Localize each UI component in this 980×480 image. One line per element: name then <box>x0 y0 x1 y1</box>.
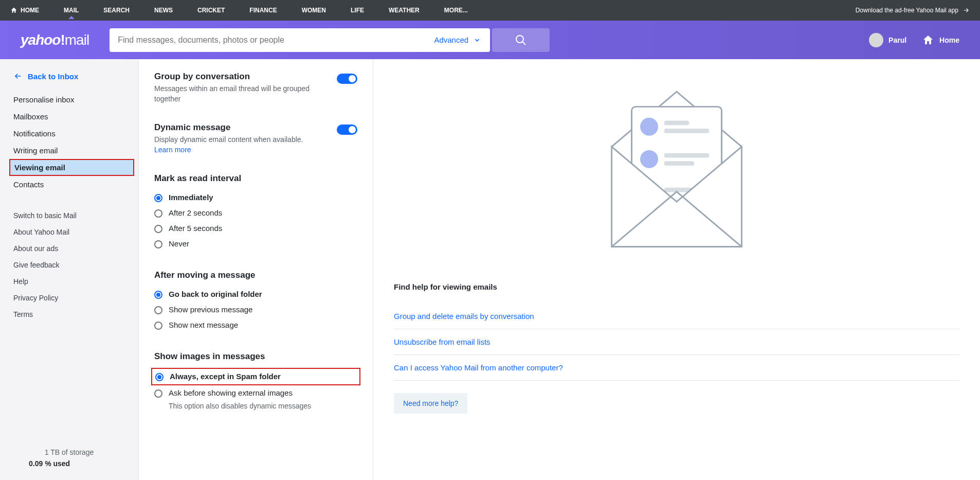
sidebar-help[interactable]: Help <box>0 273 138 290</box>
download-app-label: Download the ad-free Yahoo Mail app <box>856 7 958 14</box>
help-link-access-another[interactable]: Can I access Yahoo Mail from another com… <box>394 363 563 372</box>
nav-search[interactable]: SEARCH <box>103 7 130 14</box>
envelope-icon <box>589 77 764 257</box>
move-show-next[interactable]: Show next message <box>154 317 357 333</box>
nav-label: NEWS <box>154 7 173 14</box>
advanced-search-link[interactable]: Advanced <box>425 35 490 44</box>
search-icon <box>515 34 527 46</box>
nav-finance[interactable]: FINANCE <box>249 7 277 14</box>
storage-total: 1 TB of storage <box>13 448 125 456</box>
main: Back to Inbox Personalise inbox Mailboxe… <box>0 59 980 480</box>
nav-label: FINANCE <box>249 7 277 14</box>
mark-read-never[interactable]: Never <box>154 236 357 252</box>
sidebar-item-writing[interactable]: Writing email <box>0 142 138 159</box>
nav-label: WEATHER <box>389 7 420 14</box>
setting-title: Dynamic message <box>154 122 303 133</box>
sidebar-item-notifications[interactable]: Notifications <box>0 125 138 142</box>
advanced-label: Advanced <box>434 35 468 44</box>
setting-desc: Display dynamic email content when avail… <box>154 135 303 144</box>
sidebar-item-mailboxes[interactable]: Mailboxes <box>0 108 138 125</box>
top-nav-left: HOME MAIL SEARCH NEWS CRICKET FINANCE WO… <box>10 7 468 14</box>
header: yahoo!mail Advanced Parul Home <box>0 21 980 59</box>
nav-label: WOMEN <box>302 7 326 14</box>
radio-sublabel: This option also disables dynamic messag… <box>169 402 357 410</box>
sidebar-item-viewing[interactable]: Viewing email <box>9 159 134 176</box>
help-link-group-delete[interactable]: Group and delete emails by conversation <box>394 312 534 321</box>
sidebar-item-personalise[interactable]: Personalise inbox <box>0 91 138 108</box>
home-link[interactable]: Home <box>922 34 959 46</box>
help-link-unsubscribe[interactable]: Unsubscribe from email lists <box>394 337 491 346</box>
mark-read-immediately[interactable]: Immediately <box>154 190 357 205</box>
user-profile[interactable]: Parul <box>869 33 906 47</box>
images-ask[interactable]: Ask before showing external images <box>154 385 357 401</box>
search-input[interactable] <box>110 35 425 45</box>
svg-point-2 <box>640 118 658 136</box>
nav-label: SEARCH <box>103 7 130 14</box>
setting-title: Show images in messages <box>154 351 357 362</box>
radio-label: Go back to original folder <box>169 290 262 298</box>
radio-icon <box>155 373 164 381</box>
mark-read-setting: Mark as read interval Immediately After … <box>154 173 357 252</box>
move-show-previous[interactable]: Show previous message <box>154 302 357 317</box>
header-right: Parul Home <box>869 33 965 47</box>
radio-label: After 5 seconds <box>169 224 222 233</box>
radio-icon <box>154 389 162 398</box>
radio-label: After 2 seconds <box>169 208 222 217</box>
setting-title: Group by conversation <box>154 72 324 82</box>
mark-read-5s[interactable]: After 5 seconds <box>154 221 357 236</box>
need-more-help-button[interactable]: Need more help? <box>394 393 467 414</box>
dynamic-message-toggle[interactable] <box>337 125 357 135</box>
radio-label: Never <box>169 239 189 248</box>
download-app-link[interactable]: Download the ad-free Yahoo Mail app <box>856 7 970 14</box>
sidebar-privacy[interactable]: Privacy Policy <box>0 290 138 306</box>
after-move-setting: After moving a message Go back to origin… <box>154 270 357 333</box>
sidebar-feedback[interactable]: Give feedback <box>0 257 138 273</box>
help-links: Group and delete emails by conversation … <box>394 304 959 381</box>
move-go-back[interactable]: Go back to original folder <box>154 287 357 302</box>
help-heading: Find help for viewing emails <box>394 282 959 291</box>
nav-label: LIFE <box>351 7 364 14</box>
back-to-inbox[interactable]: Back to Inbox <box>0 72 138 91</box>
svg-point-5 <box>640 150 658 168</box>
nav-weather[interactable]: WEATHER <box>389 7 420 14</box>
help-panel: Find help for viewing emails Group and d… <box>373 59 980 480</box>
svg-rect-3 <box>664 121 689 126</box>
nav-women[interactable]: WOMEN <box>302 7 326 14</box>
chevron-down-icon <box>474 37 481 44</box>
setting-title: Mark as read interval <box>154 173 357 184</box>
nav-home[interactable]: HOME <box>10 7 39 14</box>
sidebar-switch-basic[interactable]: Switch to basic Mail <box>0 207 138 224</box>
nav-label: CRICKET <box>197 7 225 14</box>
group-conversation-toggle[interactable] <box>337 74 357 84</box>
svg-rect-4 <box>664 129 710 133</box>
radio-label: Always, except in Spam folder <box>170 372 281 381</box>
sidebar-about-ads[interactable]: About our ads <box>0 240 138 257</box>
radio-label: Ask before showing external images <box>169 388 293 397</box>
learn-more-link[interactable]: Learn more <box>154 146 191 154</box>
radio-icon <box>154 322 162 330</box>
radio-icon <box>154 225 162 233</box>
settings-panel[interactable]: Group by conversation Messages within an… <box>139 59 373 480</box>
sidebar-about-mail[interactable]: About Yahoo Mail <box>0 224 138 240</box>
nav-more[interactable]: MORE... <box>444 7 468 14</box>
home-icon <box>10 7 17 14</box>
svg-rect-7 <box>664 161 694 166</box>
radio-icon <box>154 194 162 202</box>
nav-cricket[interactable]: CRICKET <box>197 7 225 14</box>
images-always[interactable]: Always, except in Spam folder <box>151 368 360 385</box>
nav-home-label: HOME <box>21 7 39 14</box>
home-icon <box>922 34 934 46</box>
search-button[interactable] <box>492 28 550 52</box>
user-name: Parul <box>888 36 906 44</box>
nav-news[interactable]: NEWS <box>154 7 173 14</box>
mark-read-2s[interactable]: After 2 seconds <box>154 205 357 221</box>
nav-life[interactable]: LIFE <box>351 7 364 14</box>
dynamic-message-setting: Dynamic message Display dynamic email co… <box>154 122 357 155</box>
envelope-illustration <box>394 77 959 257</box>
nav-mail[interactable]: MAIL <box>64 7 79 14</box>
sidebar-terms[interactable]: Terms <box>0 306 138 323</box>
radio-icon <box>154 209 162 218</box>
home-label: Home <box>939 36 959 44</box>
sidebar-item-contacts[interactable]: Contacts <box>0 176 138 193</box>
yahoo-mail-logo[interactable]: yahoo!mail <box>21 32 89 48</box>
